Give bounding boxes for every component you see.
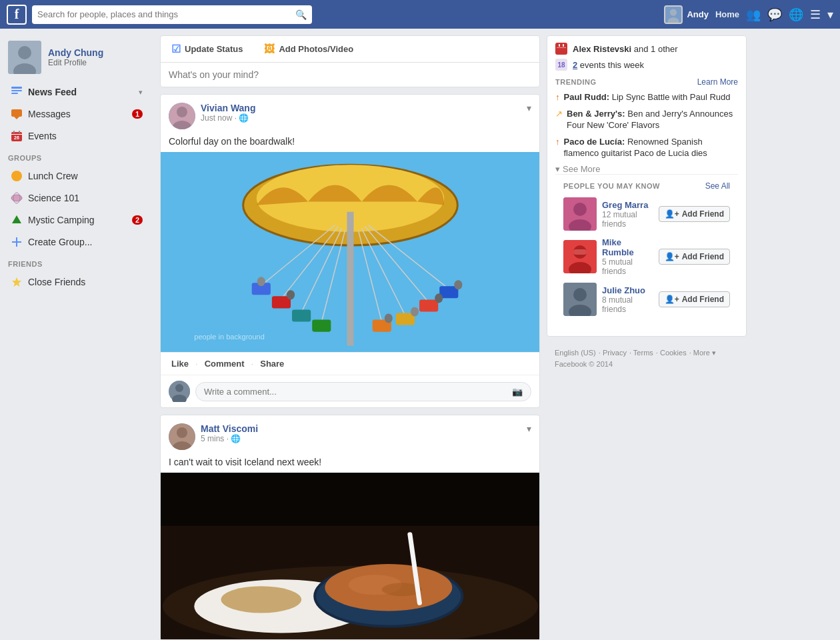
- footer-link-english[interactable]: English (US): [555, 349, 596, 357]
- chevron-down-icon[interactable]: ▾: [827, 7, 833, 22]
- see-more-trends[interactable]: ▾ See More: [555, 164, 738, 174]
- sidebar-item-events[interactable]: 26 Events: [3, 125, 151, 147]
- add-photo-tab[interactable]: 🖼 Add Photos/Video: [253, 36, 364, 62]
- post-time-1: Just now: [201, 113, 232, 123]
- trending-text-2: Ben & Jerry's: Ben and Jerry's Announces…: [567, 109, 738, 131]
- update-status-tab[interactable]: ☑ Update Status: [161, 36, 253, 62]
- events-count-text: 2 events this week: [573, 60, 644, 70]
- footer-link-privacy[interactable]: Privacy: [603, 349, 627, 357]
- trending-item-2: ↗ Ben & Jerry's: Ben and Jerry's Announc…: [555, 109, 738, 131]
- trending-name-1[interactable]: Paul Rudd:: [564, 92, 610, 102]
- person-mutual-3: 8 mutual friends: [602, 295, 653, 314]
- svg-point-1: [668, 17, 679, 24]
- sidebar-user-info: Andy Chung Edit Profile: [48, 47, 103, 67]
- sep2: ·: [250, 355, 255, 372]
- post-image-1: people in background: [161, 152, 539, 352]
- home-link[interactable]: Home: [715, 9, 739, 19]
- main-feed: ☑ Update Status 🖼 Add Photos/Video Vivia…: [153, 29, 547, 640]
- home-icon[interactable]: Home: [715, 9, 739, 19]
- person-row-2: Mike Rumble 5 mutual friends 👤+ Add Frie…: [563, 237, 730, 276]
- trending-name-3[interactable]: Paco de Lucía:: [564, 137, 625, 147]
- events-notification-icon: [555, 43, 567, 55]
- messages-badge: 1: [132, 109, 143, 119]
- friends-icon[interactable]: 👥: [746, 7, 761, 22]
- comment-input-1[interactable]: [204, 387, 512, 397]
- composer-input-area[interactable]: [161, 63, 539, 87]
- search-bar[interactable]: 🔍: [32, 5, 312, 24]
- events-week-text: this week: [608, 60, 644, 70]
- camera-icon-1[interactable]: 📷: [512, 387, 523, 397]
- events-nav-icon: 26: [11, 130, 23, 142]
- trend-arrow-3: ↑: [555, 137, 560, 147]
- trending-name-2[interactable]: Ben & Jerry's:: [567, 109, 625, 119]
- post-options-chevron-2[interactable]: ▾: [527, 423, 531, 434]
- globe-icon[interactable]: 🌐: [789, 7, 803, 22]
- person-row-1: Greg Marra 12 mutual friends 👤+ Add Frie…: [563, 197, 730, 231]
- svg-point-15: [11, 171, 22, 181]
- feed-post-2: Matt Viscomi 5 mins · 🌐 ▾ I can't wait t…: [160, 415, 540, 640]
- settings-icon[interactable]: ☰: [810, 7, 821, 22]
- see-all-link[interactable]: See All: [705, 181, 730, 191]
- like-button-1[interactable]: Like: [166, 355, 194, 372]
- svg-rect-70: [559, 44, 560, 47]
- svg-rect-67: [161, 473, 539, 526]
- sidebar-edit-profile[interactable]: Edit Profile: [48, 58, 103, 67]
- post-user-info-1: Vivian Wang Just now · 🌐: [201, 103, 255, 123]
- update-status-label: Update Status: [185, 44, 243, 54]
- learn-more-link[interactable]: Learn More: [697, 77, 738, 87]
- sidebar-item-science-101[interactable]: Science 101: [3, 187, 151, 209]
- sidebar-item-mystic-camping[interactable]: Mystic Camping 2: [3, 209, 151, 231]
- add-friend-btn-2[interactable]: 👤+ Add Friend: [659, 249, 730, 265]
- trending-header: TRENDING Learn More: [555, 77, 738, 87]
- post-author-1[interactable]: Vivian Wang: [201, 103, 255, 113]
- svg-marker-18: [12, 215, 21, 223]
- comment-input-wrap-1[interactable]: 📷: [195, 382, 531, 401]
- trend-arrow-1: ↑: [555, 92, 560, 102]
- whats-on-mind-input[interactable]: [169, 69, 531, 80]
- share-button-1[interactable]: Share: [255, 355, 289, 372]
- science-101-icon: [11, 192, 23, 204]
- comment-button-1[interactable]: Comment: [199, 355, 250, 372]
- svg-point-3: [18, 46, 31, 59]
- person-name-3[interactable]: Julie Zhuo: [602, 285, 653, 295]
- trending-item-3: ↑ Paco de Lucía: Renowned Spanish flamen…: [555, 137, 738, 159]
- post-author-2[interactable]: Matt Viscomi: [201, 423, 258, 434]
- add-friend-btn-1[interactable]: 👤+ Add Friend: [659, 206, 730, 222]
- footer-link-more[interactable]: More ▾: [693, 349, 716, 357]
- svg-rect-6: [11, 90, 22, 91]
- news-feed-label: News Feed: [28, 87, 133, 97]
- add-friend-label-2: Add Friend: [682, 252, 724, 261]
- sidebar-item-messages[interactable]: Messages 1: [3, 103, 151, 125]
- search-input[interactable]: [37, 9, 295, 19]
- trending-section: TRENDING Learn More ↑ Paul Rudd: Lip Syn…: [555, 72, 738, 174]
- svg-point-80: [573, 288, 587, 301]
- add-friend-label-3: Add Friend: [682, 295, 724, 304]
- sidebar-user[interactable]: Andy Chung Edit Profile: [0, 34, 153, 81]
- sidebar-item-news-feed[interactable]: News Feed ▾: [3, 81, 151, 103]
- svg-point-49: [435, 293, 443, 303]
- person-info-1: Greg Marra 12 mutual friends: [602, 200, 653, 229]
- svg-point-46: [287, 290, 295, 299]
- close-friends-icon: [11, 276, 23, 288]
- update-status-icon: ☑: [171, 43, 181, 55]
- add-friend-btn-3[interactable]: 👤+ Add Friend: [659, 291, 730, 307]
- svg-text:26: 26: [14, 135, 19, 140]
- footer-link-cookies[interactable]: Cookies: [660, 349, 687, 357]
- sidebar-item-lunch-crew[interactable]: Lunch Crew: [3, 165, 151, 187]
- person-name-1[interactable]: Greg Marra: [602, 200, 653, 210]
- person-mutual-1: 12 mutual friends: [602, 210, 653, 229]
- svg-rect-11: [11, 134, 22, 135]
- messages-icon[interactable]: 💬: [767, 7, 782, 22]
- svg-point-16: [11, 195, 22, 201]
- sidebar-item-create-group[interactable]: Create Group...: [3, 231, 151, 253]
- footer-link-terms[interactable]: Terms: [633, 349, 653, 357]
- post-options-chevron-1[interactable]: ▾: [527, 103, 531, 113]
- sidebar-item-close-friends[interactable]: Close Friends: [3, 271, 151, 293]
- events-count-link[interactable]: 2: [573, 60, 577, 70]
- person-name-2[interactable]: Mike Rumble: [602, 237, 653, 257]
- nav-user-info[interactable]: Andy: [664, 5, 709, 24]
- science-101-label: Science 101: [28, 193, 143, 203]
- person-row-3: Julie Zhuo 8 mutual friends 👤+ Add Frien…: [563, 283, 730, 316]
- messages-nav-icon: [11, 108, 23, 120]
- post-meta-1: Just now · 🌐: [201, 113, 255, 123]
